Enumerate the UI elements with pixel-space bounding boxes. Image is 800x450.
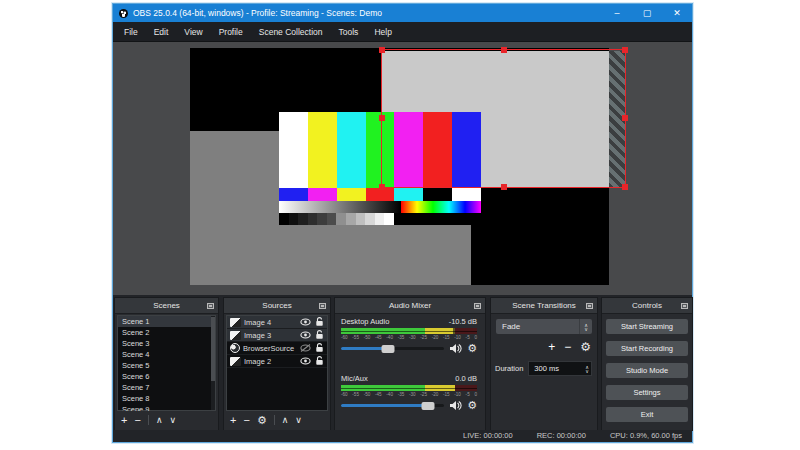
window-title: OBS 25.0.4 (64-bit, windows) - Profile: … [133,8,382,18]
sources-list[interactable]: Image 4 Image 3 [226,315,328,411]
source-row[interactable]: Image 4 [227,316,327,329]
dock-float-icon[interactable] [319,303,326,309]
channel-settings-gear-icon[interactable]: ⚙ [467,400,477,411]
dock-float-icon[interactable] [681,303,688,309]
source-row[interactable]: Image 2 [227,355,327,368]
combo-arrows-icon[interactable]: ∧∨ [579,319,592,334]
close-button[interactable]: ✕ [662,4,692,22]
menu-profile[interactable]: Profile [211,22,251,41]
scene-list-item[interactable]: Scene 3 [118,338,215,349]
selection-handle-top-left[interactable] [379,47,385,53]
live-time: LIVE: 00:00:00 [463,431,513,440]
lock-icon[interactable] [315,317,324,327]
source-name: BrowserSource [243,344,300,353]
source-properties-gear-icon[interactable]: ⚙ [257,415,267,426]
audio-mixer-dock: Audio Mixer Desktop Audio -10.5 dB -60-5… [334,297,486,431]
toolbar-divider [274,415,275,425]
speaker-icon[interactable] [449,343,462,354]
remove-transition-button[interactable]: − [564,340,571,354]
scene-list-item[interactable]: Scene 5 [118,360,215,371]
dock-float-icon[interactable] [474,303,481,309]
rec-time: REC: 00:00:00 [537,431,586,440]
scene-up-button[interactable]: ∧ [156,416,163,425]
scene-list-item[interactable]: Scene 2 [118,327,215,338]
menu-file[interactable]: File [116,22,146,41]
selection-handle-bottom-left[interactable] [379,184,385,190]
remove-source-button[interactable]: − [243,415,249,426]
title-bar[interactable]: OBS 25.0.4 (64-bit, windows) - Profile: … [113,4,692,22]
menu-bar: File Edit View Profile Scene Collection … [113,22,692,41]
duration-value: 300 ms [534,364,559,373]
selection-handle-mid-right[interactable] [622,115,628,121]
source-down-button[interactable]: ∨ [295,416,302,425]
menu-edit[interactable]: Edit [146,22,177,41]
menu-tools[interactable]: Tools [331,22,367,41]
scenes-dock: Scenes Scene 1 Scene 2 Scene 3 Scene 4 S… [114,297,219,431]
duration-spinbox[interactable]: 300 ms ∧∨ [528,361,592,376]
scene-down-button[interactable]: ∨ [169,416,176,425]
audio-mixer-title: Audio Mixer [389,301,431,310]
maximize-button[interactable]: ▢ [632,4,662,22]
dock-float-icon[interactable] [586,303,593,309]
scene-list-item[interactable]: Scene 7 [118,382,215,393]
volume-slider[interactable] [341,404,444,407]
cpu-fps: CPU: 0.9%, 60.00 fps [610,431,682,440]
visibility-eye-icon[interactable] [300,331,311,339]
settings-button[interactable]: Settings [606,385,688,400]
source-row[interactable]: BrowserSource [227,342,327,355]
sources-title: Sources [262,301,291,310]
controls-dock: Controls Start Streaming Start Recording… [601,297,693,431]
volume-slider-handle[interactable] [382,345,395,353]
preview-area[interactable] [113,41,692,295]
speaker-icon[interactable] [449,400,462,411]
menu-scene-collection[interactable]: Scene Collection [251,22,331,41]
scene-list-item[interactable]: Scene 1 [118,316,215,327]
scenes-scrollbar[interactable] [211,316,215,410]
start-recording-button[interactable]: Start Recording [606,341,688,356]
mixer-channel-desktop-audio: Desktop Audio -10.5 dB -60-55 -50-45 -40… [341,317,477,354]
scenes-title: Scenes [153,301,180,310]
studio-mode-button[interactable]: Studio Mode [606,363,688,378]
selection-handle-bottom-right[interactable] [622,184,628,190]
visibility-eye-icon[interactable] [300,357,311,365]
menu-view[interactable]: View [176,22,210,41]
status-bar: LIVE: 00:00:00 REC: 00:00:00 CPU: 0.9%, … [113,430,692,441]
selection-handle-top-center[interactable] [501,47,507,53]
transition-select[interactable]: Fade ∧∨ [496,319,592,334]
lock-icon[interactable] [315,356,324,366]
minimize-button[interactable]: – [602,4,632,22]
volume-slider[interactable] [341,347,444,350]
visibility-eye-icon[interactable] [300,318,311,326]
scene-list-item[interactable]: Scene 4 [118,349,215,360]
image-source-icon [230,331,241,340]
start-streaming-button[interactable]: Start Streaming [606,319,688,334]
menu-help[interactable]: Help [366,22,399,41]
selection-rectangle[interactable] [381,49,626,188]
source-name: Image 3 [244,331,300,340]
volume-slider-handle[interactable] [421,402,434,410]
dock-float-icon[interactable] [207,303,214,309]
add-scene-button[interactable]: + [121,415,127,426]
source-row[interactable]: Image 3 [227,329,327,342]
source-up-button[interactable]: ∧ [282,416,289,425]
add-source-button[interactable]: + [230,415,236,426]
visibility-eye-off-icon[interactable] [300,344,311,352]
add-transition-button[interactable]: + [548,340,555,354]
selection-handle-top-right[interactable] [622,47,628,53]
source-name: Image 2 [244,357,300,366]
lock-icon[interactable] [315,330,324,340]
scene-list-item[interactable]: Scene 6 [118,371,215,382]
selection-handle-bottom-center[interactable] [501,184,507,190]
exit-button[interactable]: Exit [606,407,688,422]
lock-icon[interactable] [315,343,324,353]
image-source-icon [230,357,241,366]
transition-properties-gear-icon[interactable]: ⚙ [580,341,591,353]
channel-settings-gear-icon[interactable]: ⚙ [467,343,477,354]
scenes-toolbar: + − ∧ ∨ [117,411,216,429]
scenes-list[interactable]: Scene 1 Scene 2 Scene 3 Scene 4 Scene 5 … [117,315,216,411]
selection-handle-mid-left[interactable] [379,115,385,121]
scene-list-item[interactable]: Scene 8 [118,393,215,404]
image-source-icon [230,318,241,327]
remove-scene-button[interactable]: − [134,415,140,426]
spinbox-arrows-icon[interactable]: ∧∨ [585,362,589,375]
